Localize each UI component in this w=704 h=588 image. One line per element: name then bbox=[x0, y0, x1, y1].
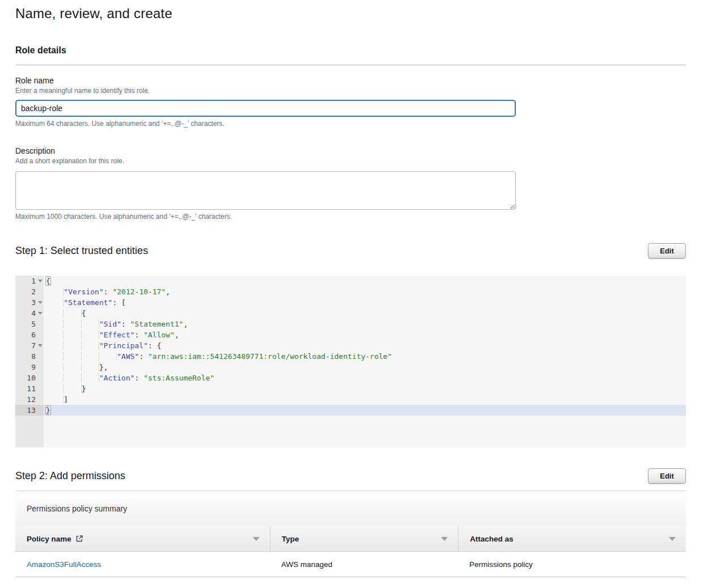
line-number: 12 bbox=[15, 394, 44, 405]
attached-as-cell: Permissions policy bbox=[458, 552, 686, 577]
code-text: "Statement": [ bbox=[44, 297, 686, 308]
role-name-helper: Enter a meaningful name to identify this… bbox=[15, 87, 686, 95]
column-header-label: Attached as bbox=[470, 535, 514, 543]
line-number: 4 bbox=[15, 308, 44, 319]
line-number: 6 bbox=[15, 329, 44, 340]
step2-header-row: Step 2: Add permissions Edit bbox=[15, 468, 686, 484]
description-field: Description Add a short explanation for … bbox=[15, 146, 686, 221]
section-divider bbox=[15, 65, 686, 65]
column-filter-icon[interactable] bbox=[669, 537, 676, 541]
code-text: { bbox=[44, 276, 686, 286]
column-filter-icon[interactable] bbox=[441, 537, 448, 541]
external-link-icon bbox=[75, 535, 83, 543]
permissions-summary-panel: Permissions policy summary Policy nameTy… bbox=[15, 490, 686, 577]
code-text: "Action": "sts:AssumeRole" bbox=[44, 373, 686, 383]
line-number: 8 bbox=[15, 351, 44, 362]
column-header-label: Type bbox=[282, 535, 299, 543]
code-text: ] bbox=[44, 394, 686, 405]
code-text: } bbox=[44, 383, 686, 394]
name-review-create-page: Name, review, and create Role details Ro… bbox=[0, 5, 704, 577]
description-helper: Add a short explanation for this role. bbox=[15, 157, 686, 165]
code-line[interactable]: 13} bbox=[15, 405, 686, 416]
code-text: "Sid": "Statement1", bbox=[44, 319, 686, 329]
step2-edit-button[interactable]: Edit bbox=[648, 468, 686, 484]
code-lines: 1{2 "Version": "2012-10-17",3 "Statement… bbox=[15, 276, 686, 416]
code-line[interactable]: 6 "Effect": "Allow", bbox=[15, 329, 686, 340]
column-filter-icon[interactable] bbox=[253, 537, 260, 541]
line-number: 3 bbox=[15, 297, 44, 308]
table-header-row: Policy nameTypeAttached as bbox=[15, 526, 686, 552]
line-number: 1 bbox=[15, 276, 44, 286]
code-line[interactable]: 4 { bbox=[15, 308, 686, 319]
page-title: Name, review, and create bbox=[15, 5, 686, 23]
line-number: 11 bbox=[15, 383, 44, 394]
code-text: { bbox=[44, 308, 686, 319]
code-text: } bbox=[44, 405, 686, 416]
line-number: 2 bbox=[15, 286, 44, 297]
code-line[interactable]: 10 "Action": "sts:AssumeRole" bbox=[15, 373, 686, 383]
code-text: "Principal": { bbox=[44, 340, 686, 351]
role-details-heading: Role details bbox=[15, 45, 686, 56]
column-header-label: Policy name bbox=[27, 535, 83, 543]
fold-toggle-icon[interactable] bbox=[38, 312, 43, 315]
code-line[interactable]: 9 }, bbox=[15, 362, 686, 373]
description-hint: Maximum 1000 characters. Use alphanumeri… bbox=[15, 213, 686, 221]
role-name-field: Role name Enter a meaningful name to ide… bbox=[15, 76, 686, 128]
description-textarea[interactable] bbox=[15, 171, 516, 210]
permissions-panel-heading: Permissions policy summary bbox=[15, 491, 686, 526]
fold-toggle-icon[interactable] bbox=[38, 344, 43, 347]
column-header: Policy name bbox=[15, 526, 270, 551]
step1-heading: Step 1: Select trusted entities bbox=[15, 243, 148, 257]
code-line[interactable]: 8 "AWS": "arn:aws:iam::541263489771:role… bbox=[15, 351, 686, 362]
line-number: 5 bbox=[15, 319, 44, 329]
code-line[interactable]: 12 ] bbox=[15, 394, 686, 405]
fold-toggle-icon[interactable] bbox=[38, 301, 43, 304]
line-number: 13 bbox=[15, 405, 44, 416]
column-header: Type bbox=[270, 526, 458, 551]
code-text: "Effect": "Allow", bbox=[44, 329, 686, 340]
trust-policy-editor[interactable]: 1{2 "Version": "2012-10-17",3 "Statement… bbox=[15, 276, 686, 447]
line-number: 7 bbox=[15, 340, 44, 351]
line-number: 9 bbox=[15, 362, 44, 373]
code-text: }, bbox=[44, 362, 686, 373]
step2-heading: Step 2: Add permissions bbox=[15, 468, 125, 482]
role-name-input[interactable] bbox=[15, 100, 516, 117]
code-line[interactable]: 7 "Principal": { bbox=[15, 340, 686, 351]
line-number: 10 bbox=[15, 373, 44, 383]
step1-header-row: Step 1: Select trusted entities Edit bbox=[15, 243, 686, 259]
policy-type-cell: AWS managed bbox=[270, 552, 458, 577]
code-line[interactable]: 2 "Version": "2012-10-17", bbox=[15, 286, 686, 297]
code-text: "Version": "2012-10-17", bbox=[44, 286, 686, 297]
fold-toggle-icon[interactable] bbox=[38, 280, 43, 282]
code-line[interactable]: 5 "Sid": "Statement1", bbox=[15, 319, 686, 329]
code-text: "AWS": "arn:aws:iam::541263489771:role/w… bbox=[44, 351, 686, 362]
role-name-hint: Maximum 64 characters. Use alphanumeric … bbox=[15, 120, 686, 128]
table-row: AmazonS3FullAccessAWS managedPermissions… bbox=[15, 552, 686, 577]
policy-name-cell: AmazonS3FullAccess bbox=[15, 552, 270, 577]
column-header: Attached as bbox=[458, 526, 686, 551]
role-name-label: Role name bbox=[15, 76, 686, 85]
table-body: AmazonS3FullAccessAWS managedPermissions… bbox=[15, 552, 686, 577]
code-line[interactable]: 3 "Statement": [ bbox=[15, 297, 686, 308]
step1-edit-button[interactable]: Edit bbox=[648, 243, 686, 259]
code-line[interactable]: 1{ bbox=[15, 276, 686, 286]
policy-name-link[interactable]: AmazonS3FullAccess bbox=[27, 560, 101, 569]
code-line[interactable]: 11 } bbox=[15, 383, 686, 394]
description-label: Description bbox=[15, 146, 686, 155]
